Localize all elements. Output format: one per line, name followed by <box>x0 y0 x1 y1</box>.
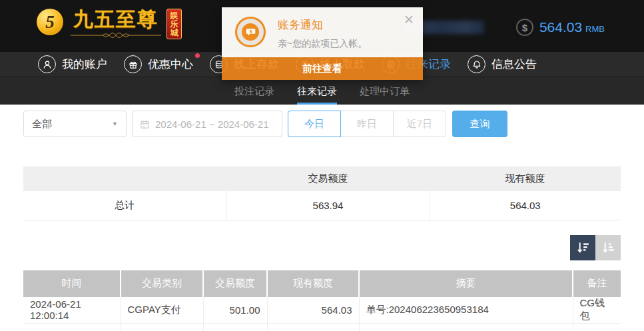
tab-transaction-records[interactable]: 往来记录 <box>297 77 337 105</box>
cell-current-balance: 564.03 <box>267 297 359 324</box>
logo-title: 九五至尊 <box>73 9 159 30</box>
summary-total-balance: 564.03 <box>430 191 621 220</box>
money-message-icon: $ <box>235 17 266 47</box>
last7days-button[interactable]: 近7日 <box>393 111 446 137</box>
col-header-note: 备注 <box>573 270 621 297</box>
summary-header-current-balance: 现有额度 <box>430 166 621 191</box>
today-button[interactable]: 今日 <box>288 111 341 137</box>
date-range-value: 2024-06-21 ~ 2024-06-21 <box>155 119 269 130</box>
records-header-row: 时间 交易类别 交易额度 现有额度 摘要 备注 <box>23 270 621 297</box>
account-balance[interactable]: $ 564.03 RMB <box>516 19 605 36</box>
user-icon <box>38 55 56 73</box>
toast-title: 账务通知 <box>278 17 412 33</box>
col-header-summary: 摘要 <box>359 270 573 297</box>
tab-bet-records[interactable]: 投注记录 <box>234 77 274 105</box>
sort-ascending-button[interactable] <box>595 235 621 260</box>
records-table: 时间 交易类别 交易额度 现有额度 摘要 备注 2024-06-21 12:00… <box>23 270 621 331</box>
cell-time: 2024-06-21 12:00:14 <box>23 297 121 324</box>
sort-descending-icon <box>575 240 590 255</box>
record-subtabs: 投注记录 往来记录 处理中订单 <box>0 77 644 105</box>
date-range-input[interactable]: 2024-06-21 ~ 2024-06-21 <box>132 111 282 137</box>
sort-controls <box>23 235 621 260</box>
notification-dot <box>195 53 200 58</box>
cell-note: CG钱包 <box>573 297 621 324</box>
table-row: 2024-06-21 12:00:14 CGPAY支付 501.00 564.0… <box>23 297 621 324</box>
nav-item-announcements[interactable]: 信息公告 <box>468 55 537 73</box>
close-icon[interactable]: ✕ <box>404 13 414 26</box>
calendar-icon <box>140 119 150 129</box>
summary-header-row: 交易额度 现有额度 <box>23 166 621 191</box>
content: 全部 ▼ 2024-06-21 ~ 2024-06-21 今日 昨日 近7日 查… <box>0 105 644 331</box>
type-select-value: 全部 <box>32 118 52 131</box>
toast-message: 亲~您的款项已入帐。 <box>278 38 412 50</box>
col-header-transaction-amount: 交易额度 <box>203 270 267 297</box>
balance-currency: RMB <box>585 24 605 34</box>
sort-ascending-icon <box>601 240 615 255</box>
col-header-type: 交易类别 <box>121 270 203 297</box>
account-notification-toast: $ 账务通知 亲~您的款项已入帐。 ✕ 前往查看 <box>222 7 423 80</box>
logo-flourish-icon <box>69 31 162 39</box>
nav-label: 我的账户 <box>62 57 107 72</box>
summary-header-blank <box>23 166 226 191</box>
yesterday-button[interactable]: 昨日 <box>340 111 394 137</box>
summary-header-transaction-amount: 交易额度 <box>226 166 430 191</box>
search-button[interactable]: 查询 <box>452 111 507 137</box>
summary-total-label: 总计 <box>23 191 226 220</box>
chevron-down-icon: ▼ <box>112 121 118 127</box>
balance-amount: 564.03 <box>539 19 582 35</box>
quick-date-group: 今日 昨日 近7日 <box>288 111 446 137</box>
tab-pending-orders[interactable]: 处理中订单 <box>360 77 410 105</box>
nav-label: 优惠中心 <box>148 57 193 72</box>
table-row-clipped <box>23 324 621 331</box>
logo-badge: 娱乐城 <box>166 9 182 39</box>
cell-type: CGPAY支付 <box>121 297 203 324</box>
site-logo[interactable]: 5 九五至尊 娱乐城 <box>37 9 182 39</box>
cell-summary: 单号:202406223650953184 <box>359 297 573 324</box>
nav-item-promotions[interactable]: 优惠中心 <box>124 55 193 73</box>
summary-total-transaction: 563.94 <box>226 191 430 220</box>
col-header-time: 时间 <box>23 270 121 297</box>
gift-icon <box>124 55 142 73</box>
nav-item-my-account[interactable]: 我的账户 <box>38 55 107 73</box>
page: 5 九五至尊 娱乐城 <box>0 0 644 331</box>
summary-table: 交易额度 现有额度 总计 563.94 564.03 <box>23 166 621 220</box>
sort-descending-button[interactable] <box>570 235 595 260</box>
summary-total-row: 总计 563.94 564.03 <box>23 191 621 220</box>
type-select[interactable]: 全部 ▼ <box>23 111 127 137</box>
logo-95-icon: 5 <box>37 9 63 35</box>
nav-label: 信息公告 <box>491 57 537 72</box>
go-view-button[interactable]: 前往查看 <box>222 57 423 80</box>
col-header-current-balance: 现有额度 <box>267 270 359 297</box>
cell-transaction-amount: 501.00 <box>203 297 267 324</box>
dollar-icon: $ <box>516 19 533 36</box>
bell-icon <box>468 55 485 73</box>
filter-row: 全部 ▼ 2024-06-21 ~ 2024-06-21 今日 昨日 近7日 查… <box>23 111 621 137</box>
